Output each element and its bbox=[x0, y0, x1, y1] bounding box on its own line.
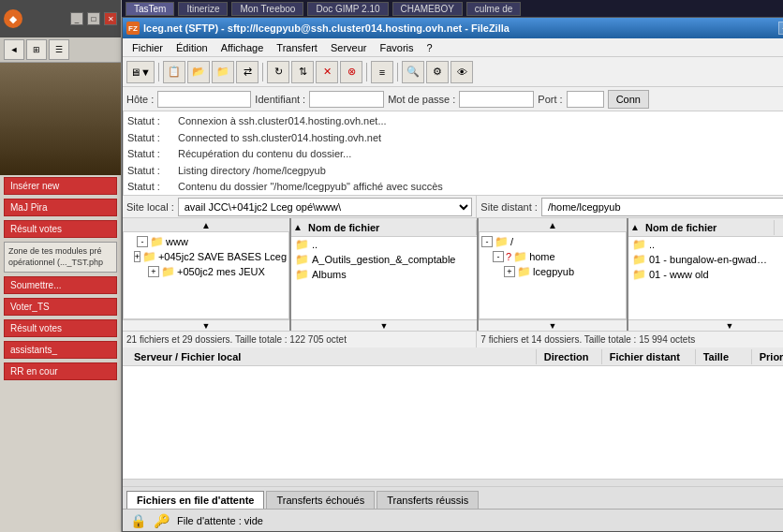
folder-icon-0: 📁 bbox=[150, 235, 164, 248]
tb-btn3[interactable]: 📁 bbox=[212, 61, 234, 83]
folder-icon-remote-2: 📁 bbox=[632, 268, 646, 281]
sidebar-btn-soumettre[interactable]: Soumettre... bbox=[4, 276, 117, 294]
local-name-header[interactable]: Nom de fichier bbox=[304, 220, 477, 235]
tb-new-conn[interactable]: 🖥▼ bbox=[126, 61, 155, 83]
queue-scrollbar[interactable] bbox=[123, 479, 783, 486]
filezilla-window: FZ lceg.net (SFTP) - sftp://lcegpyub@ssh… bbox=[122, 17, 783, 532]
sidebar-btn-result[interactable]: Résult votes bbox=[4, 220, 117, 238]
sidebar-btn-assistants[interactable]: assistants_ bbox=[4, 341, 117, 359]
tb-btn2[interactable]: 📂 bbox=[187, 61, 210, 83]
status-label-2: Statut : bbox=[127, 146, 174, 163]
pass-input[interactable] bbox=[459, 91, 534, 108]
sidebar: ◆ _ □ ✕ ◄ ⊞ ☰ Insérer new MaJ Pira Résul… bbox=[0, 0, 122, 532]
taskbar-item-itinerize[interactable]: Itinerize bbox=[178, 2, 228, 16]
remote-path-select[interactable]: /home/lcegpyub bbox=[541, 198, 783, 216]
nav-grid-icon[interactable]: ⊞ bbox=[26, 39, 47, 60]
sidebar-btn-voter[interactable]: Voter_TS bbox=[4, 298, 117, 316]
port-label: Port : bbox=[538, 94, 562, 105]
footer-status-text: File d'attente : vide bbox=[177, 515, 782, 526]
tb-queue[interactable]: ≡ bbox=[371, 61, 393, 83]
tb-stop[interactable]: ✕ bbox=[316, 61, 338, 83]
local-file-row-1[interactable]: 📁 A_Outils_gestion_&_comptable bbox=[291, 252, 477, 267]
user-label: Identifiant : bbox=[255, 94, 305, 105]
remote-tree-pane: ▲ - 📁 / - ? 📁 home + bbox=[479, 218, 628, 331]
tab-queue[interactable]: Fichiers en file d'attente bbox=[126, 491, 264, 509]
local-path-select[interactable]: avail JCC\+041jc2 Lceg opé\www\ bbox=[178, 198, 473, 216]
tb-sep4 bbox=[397, 63, 398, 81]
tb-search[interactable]: 🔍 bbox=[402, 61, 424, 83]
tb-filter[interactable]: ⚙ bbox=[426, 61, 449, 83]
remote-file-list: ▲ Nom de fichier Tail 📁 .. 📁 01 - bungal… bbox=[628, 218, 783, 331]
sidebar-nav-icons: ◄ ⊞ ☰ bbox=[0, 37, 121, 63]
local-file-scroll: ▼ bbox=[291, 319, 477, 331]
folder-icon-r2: 📁 bbox=[517, 265, 531, 278]
remote-file-content[interactable]: 📁 .. 📁 01 - bungalow-en-gwada avant ferm… bbox=[628, 237, 783, 319]
queue-col-size: Taille bbox=[696, 349, 752, 364]
queue-content bbox=[123, 366, 783, 479]
remote-file-row-1[interactable]: 📁 01 - bungalow-en-gwada avant fermeture bbox=[628, 252, 783, 267]
tb-btn1[interactable]: 📋 bbox=[163, 61, 185, 83]
expand-icon-r2[interactable]: + bbox=[504, 266, 515, 277]
tree-item-remote-2[interactable]: + 📁 lcegpyub bbox=[481, 264, 624, 279]
local-file-row-0[interactable]: 📁 .. bbox=[291, 237, 477, 252]
toolbar: 🖥▼ 📋 📂 📁 ⇄ ↻ ⇅ ✕ ⊗ ≡ 🔍 ⚙ 👁 bbox=[123, 57, 783, 87]
local-tree-pane: ▲ - 📁 www + 📁 +045jc2 SAVE BASES Lceg bbox=[123, 218, 291, 331]
menu-help[interactable]: ? bbox=[421, 40, 438, 55]
taskbar-item-montree[interactable]: Mon Treeboo bbox=[231, 2, 303, 16]
connect-button[interactable]: Conn bbox=[608, 90, 649, 109]
remote-tree-content[interactable]: - 📁 / - ? 📁 home + 📁 lcegpyub bbox=[479, 231, 627, 319]
remote-file-row-2[interactable]: 📁 01 - www old bbox=[628, 267, 783, 282]
tree-item-local-2[interactable]: + 📁 +050jc2 mes JEUX bbox=[126, 264, 287, 279]
menu-fichier[interactable]: Fichier bbox=[126, 40, 169, 55]
taskbar-item-chameboy[interactable]: CHAMEBOY bbox=[392, 2, 463, 16]
nav-back-icon[interactable]: ◄ bbox=[4, 39, 24, 60]
expand-icon-0[interactable]: - bbox=[137, 236, 148, 247]
local-tree-content[interactable]: - 📁 www + 📁 +045jc2 SAVE BASES Lceg + 📁 bbox=[123, 231, 289, 319]
win-minimize[interactable]: ─ bbox=[778, 22, 783, 35]
tree-item-local-1[interactable]: + 📁 +045jc2 SAVE BASES Lceg bbox=[126, 249, 287, 264]
minimize-btn[interactable]: _ bbox=[70, 12, 83, 25]
menu-favoris[interactable]: Favoris bbox=[374, 40, 419, 55]
sidebar-btn-maj[interactable]: MaJ Pira bbox=[4, 199, 117, 216]
expand-icon-r0[interactable]: - bbox=[481, 236, 493, 247]
tree-item-local-0[interactable]: - 📁 www bbox=[126, 234, 287, 249]
tree-item-remote-1[interactable]: - ? 📁 home bbox=[481, 249, 624, 264]
menu-serveur[interactable]: Serveur bbox=[325, 40, 373, 55]
expand-icon-r1[interactable]: - bbox=[493, 251, 504, 262]
expand-icon-2[interactable]: + bbox=[148, 266, 159, 277]
taskbar-item-docgimp[interactable]: Doc GIMP 2.10 bbox=[307, 2, 388, 16]
taskbar-item-culme[interactable]: culme de bbox=[466, 2, 522, 16]
maximize-btn[interactable]: □ bbox=[87, 12, 100, 25]
queue-col-server: Serveur / Fichier local bbox=[126, 349, 537, 364]
sidebar-btn-rr[interactable]: RR en cour bbox=[4, 362, 117, 380]
folder-icon-local-0: 📁 bbox=[295, 238, 309, 251]
folder-icon-r1: 📁 bbox=[513, 250, 527, 263]
local-file-content[interactable]: 📁 .. 📁 A_Outils_gestion_&_comptable 📁 Al… bbox=[291, 237, 477, 319]
remote-size-header[interactable]: Tail bbox=[775, 220, 783, 235]
remote-filename-2: 01 - www old bbox=[649, 269, 771, 280]
close-btn-sidebar[interactable]: ✕ bbox=[104, 12, 117, 25]
tb-refresh[interactable]: ↻ bbox=[267, 61, 289, 83]
tb-disconnect[interactable]: ⊗ bbox=[340, 61, 362, 83]
tb-btn4[interactable]: ⇄ bbox=[236, 61, 259, 83]
taskbar-item-tastem[interactable]: TasTem bbox=[126, 2, 174, 16]
expand-icon-1[interactable]: + bbox=[134, 251, 140, 262]
nav-menu-icon[interactable]: ☰ bbox=[49, 39, 69, 60]
user-input[interactable] bbox=[309, 91, 384, 108]
tb-sync[interactable]: ⇅ bbox=[291, 61, 314, 83]
sidebar-btn-insert[interactable]: Insérer new bbox=[4, 177, 117, 195]
tb-compare[interactable]: 👁 bbox=[451, 61, 473, 83]
port-input[interactable] bbox=[567, 91, 604, 108]
sidebar-btn-result2[interactable]: Résult votes bbox=[4, 319, 117, 337]
local-file-row-2[interactable]: 📁 Albums bbox=[291, 267, 477, 282]
host-input[interactable] bbox=[157, 91, 251, 108]
filezilla-icon: FZ bbox=[126, 22, 140, 35]
tab-success[interactable]: Transferts réussis bbox=[377, 491, 479, 509]
tree-item-remote-0[interactable]: - 📁 / bbox=[481, 234, 624, 249]
menu-affichage[interactable]: Affichage bbox=[215, 40, 270, 55]
menu-edition[interactable]: Édition bbox=[170, 40, 214, 55]
remote-file-row-0[interactable]: 📁 .. bbox=[628, 237, 783, 252]
menu-transfert[interactable]: Transfert bbox=[271, 40, 323, 55]
tab-failed[interactable]: Transferts échoués bbox=[266, 491, 375, 509]
remote-name-header[interactable]: Nom de fichier bbox=[642, 220, 775, 235]
